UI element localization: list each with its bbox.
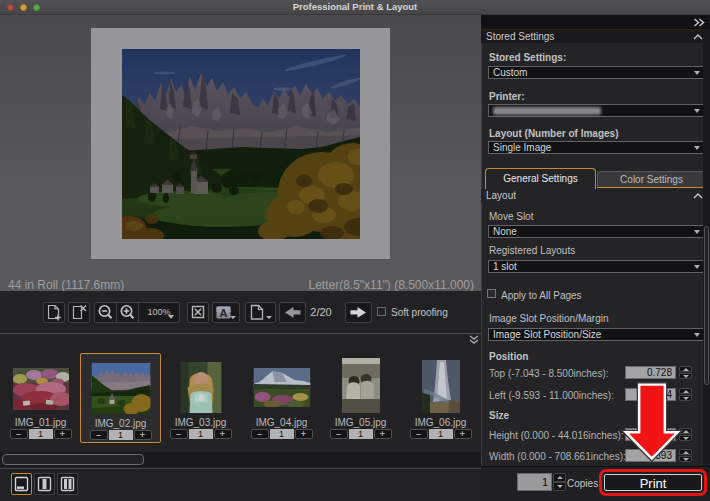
svg-text:A: A bbox=[220, 307, 228, 319]
